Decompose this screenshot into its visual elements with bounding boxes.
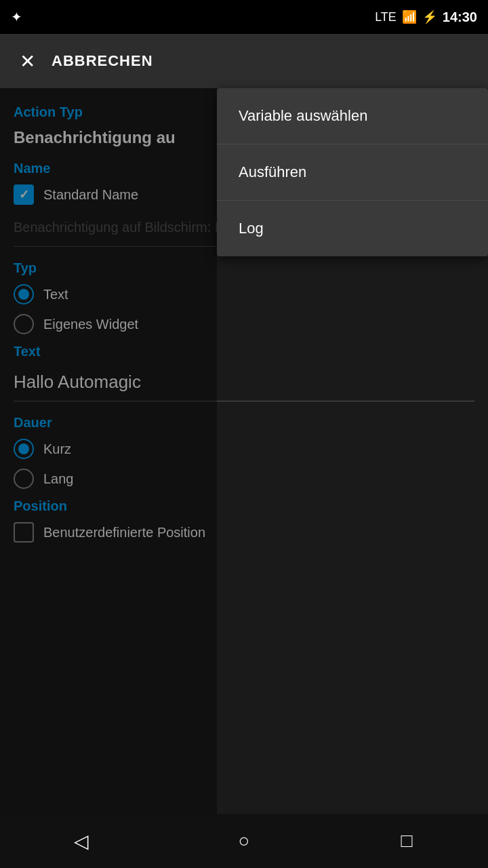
dropdown-menu: Variable auswählen Ausführen Log	[217, 88, 488, 256]
back-icon: ◁	[74, 830, 89, 852]
home-icon: ○	[239, 830, 250, 852]
battery-icon: ⚡	[422, 9, 437, 24]
dropdown-item-log[interactable]: Log	[217, 201, 488, 256]
home-button[interactable]: ○	[217, 821, 271, 861]
top-bar: ✕ ABBRECHEN	[0, 34, 488, 88]
recent-button[interactable]: □	[380, 821, 434, 861]
wand-icon: ✦	[11, 9, 22, 25]
dropdown-item-ausfuehren[interactable]: Ausführen	[217, 144, 488, 201]
back-button[interactable]: ◁	[54, 821, 108, 861]
dim-overlay	[0, 88, 217, 814]
close-button[interactable]: ✕	[14, 47, 41, 75]
close-icon: ✕	[20, 50, 35, 73]
bottom-nav: ◁ ○ □	[0, 814, 488, 868]
signal-bars-icon: 📶	[402, 9, 417, 24]
top-bar-title: ABBRECHEN	[52, 52, 153, 70]
dropdown-item-variable[interactable]: Variable auswählen	[217, 88, 488, 144]
lte-icon: LTE	[375, 10, 396, 24]
status-bar: ✦ LTE 📶 ⚡ 14:30	[0, 0, 488, 34]
status-time: 14:30	[443, 9, 477, 25]
recent-icon: □	[401, 830, 413, 852]
